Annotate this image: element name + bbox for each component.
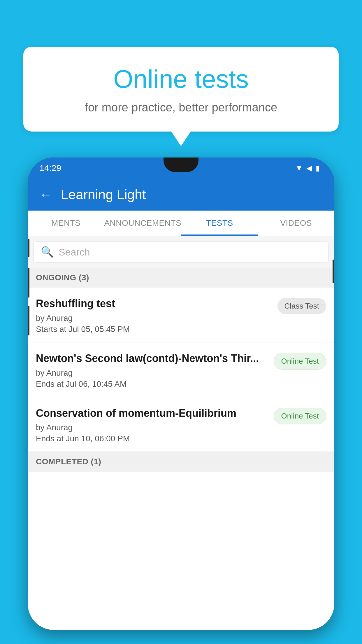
test-badge-newtons: Online Test [274, 353, 326, 370]
bubble-subtitle: for more practice, better performance [47, 101, 315, 114]
app-bar: ← Learning Light [28, 178, 334, 211]
test-item-reshuffling[interactable]: Reshuffling test by Anurag Starts at Jul… [28, 288, 334, 342]
wifi-icon: ▼ [295, 164, 303, 173]
test-badge-conservation: Online Test [274, 408, 326, 424]
tab-ments[interactable]: MENTS [28, 211, 104, 236]
tab-videos[interactable]: VIDEOS [258, 211, 334, 236]
volume-up-button [28, 239, 29, 257]
bubble-title: Online tests [47, 64, 315, 94]
search-container: 🔍 Search [28, 236, 334, 268]
back-button[interactable]: ← [39, 187, 52, 202]
signal-icon: ◀ [306, 164, 312, 173]
test-author-reshuffling: by Anurag [36, 314, 272, 323]
status-icons: ▼ ◀ ▮ [295, 164, 320, 173]
test-item-newtons[interactable]: Newton's Second law(contd)-Newton's Thir… [28, 342, 334, 397]
test-date-reshuffling: Starts at Jul 05, 05:45 PM [36, 325, 272, 334]
search-bar[interactable]: 🔍 Search [34, 242, 328, 262]
power-button [333, 260, 334, 283]
test-info-reshuffling: Reshuffling test by Anurag Starts at Jul… [36, 297, 277, 334]
battery-icon: ▮ [316, 164, 320, 173]
volume-down-button [28, 268, 29, 298]
completed-section-header: COMPLETED (1) [28, 452, 334, 472]
tab-tests[interactable]: TESTS [181, 211, 258, 236]
phone-container: 14:29 ▼ ◀ ▮ ← Learning Light MENTS ANNOU… [28, 158, 334, 644]
app-title: Learning Light [61, 187, 146, 202]
status-time: 14:29 [39, 163, 61, 173]
phone-screen: ← Learning Light MENTS ANNOUNCEMENTS TES… [28, 178, 334, 630]
search-placeholder: Search [59, 246, 90, 258]
test-info-conservation: Conservation of momentum-Equilibrium by … [36, 407, 274, 444]
test-item-conservation[interactable]: Conservation of momentum-Equilibrium by … [28, 397, 334, 452]
ongoing-section-header: ONGOING (3) [28, 268, 334, 288]
speech-bubble-container: Online tests for more practice, better p… [23, 47, 339, 132]
test-date-conservation: Ends at Jun 10, 06:00 PM [36, 434, 268, 443]
speech-bubble: Online tests for more practice, better p… [23, 47, 339, 132]
silent-button [28, 306, 29, 335]
search-icon: 🔍 [41, 246, 54, 258]
test-name-reshuffling: Reshuffling test [36, 297, 272, 311]
test-name-newtons: Newton's Second law(contd)-Newton's Thir… [36, 352, 268, 365]
test-author-newtons: by Anurag [36, 368, 268, 378]
test-author-conservation: by Anurag [36, 423, 268, 432]
test-date-newtons: Ends at Jul 06, 10:45 AM [36, 379, 268, 389]
tab-bar: MENTS ANNOUNCEMENTS TESTS VIDEOS [28, 211, 334, 236]
phone-frame: 14:29 ▼ ◀ ▮ ← Learning Light MENTS ANNOU… [28, 158, 334, 630]
phone-notch [164, 158, 198, 172]
tab-announcements[interactable]: ANNOUNCEMENTS [104, 211, 181, 236]
test-badge-reshuffling: Class Test [277, 298, 326, 314]
test-info-newtons: Newton's Second law(contd)-Newton's Thir… [36, 352, 274, 389]
test-name-conservation: Conservation of momentum-Equilibrium [36, 407, 268, 420]
